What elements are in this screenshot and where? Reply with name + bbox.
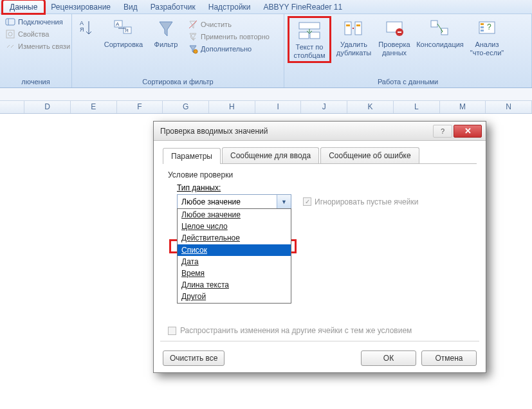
svg-text:А: А [116, 21, 120, 27]
consolidate-label: Консолидация [416, 41, 464, 49]
dialog-title: Проверка вводимых значений [160, 127, 268, 136]
tab-view[interactable]: Вид [117, 1, 144, 14]
option-date[interactable]: Дата [178, 256, 291, 268]
formula-bar-area [0, 88, 532, 101]
svg-rect-13 [299, 32, 309, 39]
reapply-button[interactable]: Применить повторно [186, 31, 271, 42]
sort-az-button[interactable]: АЯ [75, 16, 97, 41]
svg-rect-2 [6, 30, 14, 38]
text-to-columns-highlight: Текст по столбцам [288, 16, 331, 63]
check-icon: ✓ [303, 197, 311, 206]
col-header-l[interactable]: L [394, 101, 440, 113]
column-headers: D E F G H I J K L M N [0, 101, 532, 114]
option-decimal[interactable]: Действительное [178, 232, 291, 244]
tab-data[interactable]: Данные [3, 0, 44, 14]
option-time[interactable]: Время [178, 268, 291, 279]
help-button[interactable]: ? [433, 125, 452, 138]
option-whole[interactable]: Целое число [178, 221, 291, 232]
col-header-g[interactable]: G [163, 101, 209, 113]
col-header-j[interactable]: J [301, 101, 347, 113]
col-header-f[interactable]: F [117, 101, 163, 113]
svg-rect-28 [481, 30, 484, 32]
svg-rect-26 [481, 23, 484, 25]
tab-error-alert[interactable]: Сообщение об ошибке [320, 147, 419, 163]
ok-button[interactable]: ОК [361, 350, 416, 366]
col-header-e[interactable]: E [71, 101, 117, 113]
group-label-data-tools: Работа с данными [288, 77, 528, 87]
option-list[interactable]: Список [178, 244, 291, 256]
consolidate-icon [429, 17, 451, 39]
svg-rect-14 [310, 32, 320, 39]
edit-links-button[interactable]: Изменить связи [3, 41, 72, 52]
tab-input-message[interactable]: Сообщение для ввода [222, 147, 319, 163]
tab-developer[interactable]: Разработчик [144, 1, 202, 14]
remove-duplicates-icon [343, 17, 365, 39]
sort-button[interactable]: АЯ Сортировка [101, 16, 146, 50]
group-label-sort-filter: Сортировка и фильтр [75, 77, 280, 87]
option-textlen[interactable]: Длина текста [178, 279, 291, 291]
advanced-label: Дополнительно [201, 45, 252, 53]
remove-duplicates-button[interactable]: Удалить дубликаты [334, 16, 374, 58]
svg-text:А: А [80, 20, 84, 26]
clear-filter-button[interactable]: Очистить [186, 19, 271, 30]
tab-review[interactable]: Рецензирование [44, 1, 117, 14]
svg-point-11 [194, 50, 197, 53]
col-header-k[interactable]: K [347, 101, 394, 113]
filter-button[interactable]: Фильтр [150, 16, 182, 50]
ribbon-group-data-tools: Текст по столбцам Удалить дубликаты Пров… [284, 14, 532, 87]
validation-label: Проверка данных [378, 41, 411, 57]
svg-rect-18 [346, 24, 350, 26]
filter-icon [155, 17, 177, 39]
tab-addins[interactable]: Надстройки [202, 1, 257, 14]
svg-rect-16 [355, 22, 362, 35]
data-validation-dialog: Проверка вводимых значений ? ✕ Параметры… [153, 121, 486, 373]
consolidate-button[interactable]: Консолидация [415, 16, 465, 50]
col-header-h[interactable]: H [209, 101, 255, 113]
what-if-icon: ? [476, 17, 498, 39]
tab-parameters[interactable]: Параметры [163, 148, 221, 164]
worksheet-area[interactable]: Проверка вводимых значений ? ✕ Параметры… [0, 114, 532, 409]
filter-label: Фильтр [154, 41, 178, 49]
text-to-columns-button[interactable]: Текст по столбцам [290, 19, 329, 60]
properties-button[interactable]: Свойства [3, 28, 72, 40]
edit-links-label: Изменить связи [18, 42, 70, 50]
col-header-n[interactable]: N [486, 101, 532, 113]
reapply-label: Применить повторно [201, 33, 270, 41]
connections-label: Подключения [18, 18, 63, 26]
data-validation-button[interactable]: Проверка данных [376, 16, 412, 58]
option-custom[interactable]: Другой [178, 291, 291, 302]
col-header-i[interactable]: I [255, 101, 302, 113]
svg-point-3 [8, 32, 12, 36]
cancel-button[interactable]: Отмена [421, 350, 477, 366]
data-validation-icon [383, 17, 405, 39]
col-header-blank[interactable] [0, 101, 24, 113]
ribbon-tabstrip: Данные Рецензирование Вид Разработчик На… [0, 0, 532, 14]
ribbon-group-connections: Подключения Свойства Изменить связи люче… [0, 14, 72, 87]
advanced-icon [188, 44, 198, 54]
clear-all-button[interactable]: Очистить все [163, 350, 225, 366]
svg-rect-15 [345, 22, 351, 35]
allow-combo[interactable]: Любое значение ▼ Любое значение Целое чи… [177, 194, 291, 209]
ttc-label: Текст по столбцам [291, 43, 327, 59]
col-header-m[interactable]: M [440, 101, 486, 113]
svg-rect-19 [356, 24, 360, 26]
sort-label: Сортировка [104, 41, 143, 49]
connections-icon [5, 17, 15, 27]
properties-icon [5, 29, 15, 39]
advanced-filter-button[interactable]: Дополнительно [186, 43, 271, 55]
dropdown-arrow-icon[interactable]: ▼ [277, 195, 291, 208]
close-button[interactable]: ✕ [454, 125, 482, 138]
criteria-heading: Условие проверки [168, 170, 472, 179]
dialog-titlebar[interactable]: Проверка вводимых значений ? ✕ [154, 122, 486, 141]
group-label-connections: лючения [3, 77, 68, 87]
clear-icon [188, 19, 198, 30]
clear-label: Очистить [201, 21, 232, 28]
tab-abbyy[interactable]: ABBYY FineReader 11 [257, 1, 349, 14]
col-header-d[interactable]: D [24, 101, 71, 113]
allow-dropdown-list: Любое значение Целое число Действительно… [177, 208, 291, 304]
svg-rect-27 [481, 26, 484, 28]
what-if-button[interactable]: ? Анализ "что-если" [468, 16, 506, 58]
connections-button[interactable]: Подключения [3, 16, 72, 28]
option-any[interactable]: Любое значение [178, 209, 291, 221]
text-to-columns-icon [298, 20, 320, 42]
